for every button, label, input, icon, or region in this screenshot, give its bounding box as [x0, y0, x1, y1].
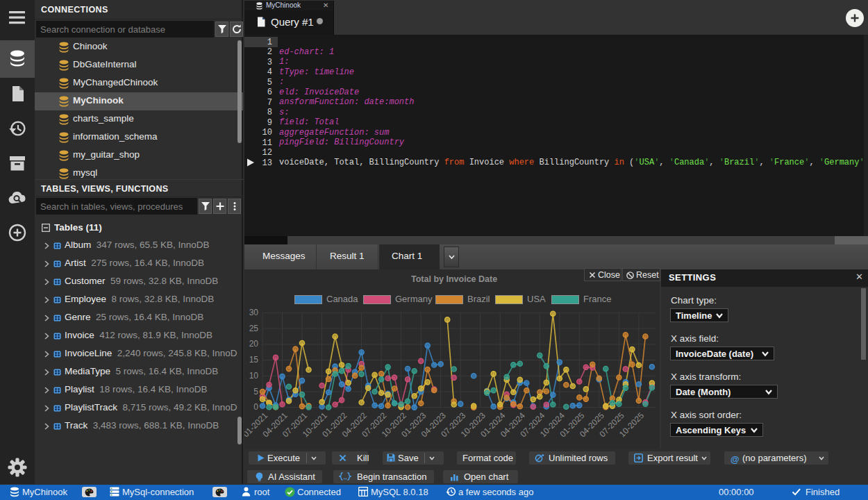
svg-text:30: 30 — [249, 308, 259, 317]
svg-text:25: 25 — [249, 324, 259, 333]
svg-text:15: 15 — [249, 355, 259, 365]
svg-text:5: 5 — [253, 387, 258, 397]
svg-text:20: 20 — [249, 339, 259, 349]
svg-text:0: 0 — [253, 402, 258, 412]
svg-text:10: 10 — [249, 371, 259, 381]
